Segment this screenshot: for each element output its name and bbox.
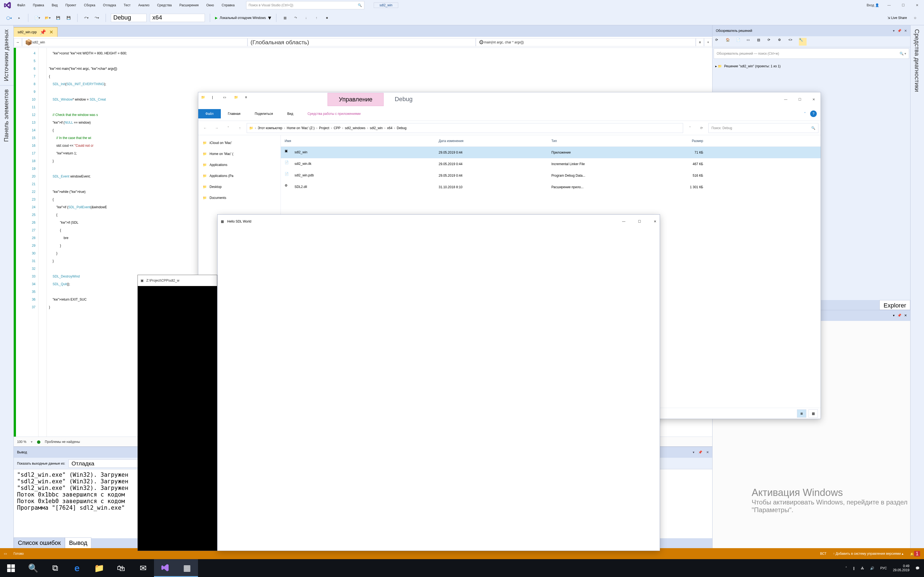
sx-bottom-tab[interactable]: Explorer <box>879 300 910 310</box>
nav-back-icon[interactable]: ◯◂ <box>5 14 13 22</box>
output-pin-icon[interactable]: 📌 <box>698 450 702 454</box>
taskview-icon[interactable]: ⧉ <box>44 559 66 577</box>
sdl-maximize-icon[interactable]: ☐ <box>638 219 641 223</box>
tray-network-icon[interactable]: 🖧 <box>861 566 864 570</box>
signin-link[interactable]: Вход 👤 <box>867 3 879 7</box>
tray-parallels-icon[interactable]: ‖ <box>853 566 855 570</box>
props-dropdown-icon[interactable]: ▾ <box>893 314 895 318</box>
feedback-icon[interactable]: ☺ <box>911 14 919 22</box>
ribbon-expand-icon[interactable]: ˅ <box>804 112 806 116</box>
props-close-icon[interactable]: ✕ <box>904 314 907 318</box>
mail-icon[interactable]: ✉ <box>132 559 154 577</box>
edge-icon[interactable]: e <box>66 559 88 577</box>
breadcrumb-segment[interactable]: › CPP <box>331 126 341 130</box>
save-all-icon[interactable]: 💾 <box>65 14 72 22</box>
step-into-icon[interactable]: ↓ <box>302 14 310 22</box>
data-sources-tab[interactable]: Источники данных <box>0 25 13 85</box>
nav-up-icon[interactable]: ↑ <box>235 123 244 133</box>
start-debugging-button[interactable]: ▶ Локальный отладчик Windows ▾ <box>215 14 271 21</box>
nav-pane-item[interactable]: 📁Applications (Pa <box>200 170 279 181</box>
props-pin-icon[interactable]: 📌 <box>897 314 901 318</box>
stop-icon[interactable]: ■ <box>323 14 331 22</box>
vcs-add-link[interactable]: ↑ Добавить в систему управления версиями… <box>833 552 903 556</box>
file-row[interactable]: 📄sdl2_win.pdb29.05.2019 0:44Program Debu… <box>281 170 821 181</box>
taskbar-search-icon[interactable]: 🔍 <box>22 559 44 577</box>
undo-icon[interactable]: ↶▾ <box>82 14 90 22</box>
sx-home-icon[interactable]: ⟳ <box>715 38 723 46</box>
menu-project[interactable]: Проект <box>65 3 76 7</box>
nav-back-icon[interactable]: ← <box>200 123 210 133</box>
column-headers[interactable]: Имя Дата изменения Тип Размер <box>281 135 821 147</box>
config-combo[interactable]: Debug <box>111 14 147 22</box>
output-tab[interactable]: Вывод <box>65 537 92 548</box>
menu-help[interactable]: Справка <box>222 3 234 7</box>
diagnostics-tab[interactable]: Средства диагностики <box>911 25 923 96</box>
save-icon[interactable]: 💾 <box>54 14 62 22</box>
breadcrumb-segment[interactable]: › Debug <box>394 126 407 130</box>
zoom-level[interactable]: 100 % <box>17 440 26 444</box>
taskbar-clock[interactable]: 0:49 29.05.2019 <box>893 564 909 572</box>
ribbon-share-tab[interactable]: Поделиться <box>247 109 280 118</box>
menu-tools[interactable]: Средства <box>157 3 171 7</box>
file-row[interactable]: ⚙SDL2.dll31.10.2018 8:10Расширение прило… <box>281 181 821 193</box>
file-row[interactable]: 📄sdl2_win.ilk29.05.2019 0:44Incremental … <box>281 158 821 170</box>
file-row[interactable]: ▣sdl2_win29.05.2019 0:44Приложение71 КБ <box>281 147 821 158</box>
sx-home-icon[interactable]: 🏠 <box>726 38 733 46</box>
sx-sync-icon[interactable]: 📄 <box>736 38 744 46</box>
menu-edit[interactable]: Правка <box>33 3 44 7</box>
sx-search[interactable]: Обозреватель решений — поиск (Ctrl+ж) 🔍 … <box>714 48 909 59</box>
sx-wrench-icon[interactable]: 🔧 <box>799 38 806 46</box>
ribbon-apptools-tab[interactable]: Средства работы с приложениями <box>300 109 368 118</box>
redo-icon[interactable]: ↷▾ <box>93 14 101 22</box>
explorer-taskbar-icon[interactable]: 📁 <box>88 559 110 577</box>
toolbar-misc-icon[interactable]: ▦ <box>281 14 289 22</box>
explorer-close-icon[interactable]: ✕ <box>813 98 815 102</box>
scope-namespace[interactable]: (Глобальная область) <box>247 38 476 47</box>
menu-test[interactable]: Тест <box>124 3 131 7</box>
sx-dropdown-icon[interactable]: ▾ <box>893 29 895 33</box>
sdl-minimize-icon[interactable]: — <box>622 219 625 223</box>
breadcrumb-segment[interactable]: › sdl2_windows <box>342 126 365 130</box>
window-minimize-icon[interactable]: — <box>887 3 891 7</box>
sdl-close-icon[interactable]: ✕ <box>654 219 656 223</box>
col-size[interactable]: Размер <box>657 139 707 143</box>
nav-fwd-icon[interactable]: ▸ <box>15 14 23 22</box>
vs-taskbar-icon[interactable] <box>154 559 176 577</box>
qat-props-icon[interactable]: ▭ <box>223 95 231 103</box>
add-icon[interactable]: ＋ <box>704 38 712 47</box>
sx-tree[interactable]: ▸ 📁 Решение "sdl2_win" (проекты: 1 из 1) <box>712 60 910 73</box>
menu-file[interactable]: Файл <box>17 3 25 7</box>
breadcrumb-segment[interactable]: › Home on 'Mac' (Z:) <box>284 126 315 130</box>
window-close-icon[interactable]: ✕ <box>916 3 919 7</box>
menu-debug[interactable]: Отладка <box>103 3 116 7</box>
ribbon-file-tab[interactable]: Файл <box>198 109 221 118</box>
doc-tab-sdl2win[interactable]: sdl2_win.cpp 📌 ✕ <box>14 27 58 37</box>
open-file-icon[interactable]: 📂▾ <box>44 14 52 22</box>
nav-pane-item[interactable]: 📁Desktop <box>200 181 279 192</box>
nav-history-icon[interactable]: ˅ <box>224 123 233 133</box>
nav-pane-item[interactable]: 📁Documents <box>200 192 279 203</box>
ribbon-view-tab[interactable]: Вид <box>280 109 300 118</box>
sx-showall-icon[interactable]: ▤ <box>757 38 765 46</box>
pin-icon[interactable]: 📌 <box>40 29 46 35</box>
addr-dropdown-icon[interactable]: ˅ <box>685 123 695 133</box>
solution-root-node[interactable]: ▸ 📁 Решение "sdl2_win" (проекты: 1 из 1) <box>715 61 908 71</box>
step-over-icon[interactable]: ↷ <box>292 14 299 22</box>
sx-pin-icon[interactable]: 📌 <box>897 29 901 33</box>
sx-collapse-icon[interactable]: ▭ <box>746 38 754 46</box>
nav-forward-icon[interactable]: → <box>212 123 221 133</box>
col-type[interactable]: Тип <box>548 139 657 143</box>
split-icon[interactable]: ≡ <box>696 38 704 47</box>
menu-extensions[interactable]: Расширения <box>179 3 199 7</box>
qat-dropdown-icon[interactable]: ≡ <box>245 95 253 103</box>
nav-pane-item[interactable]: 📁Applications <box>200 160 279 170</box>
col-name[interactable]: Имя <box>281 139 435 143</box>
sx-close-icon[interactable]: ✕ <box>904 29 907 33</box>
breadcrumb-bar[interactable]: 📁 › Этот компьютер› Home on 'Mac' (Z:)› … <box>247 123 683 133</box>
col-date[interactable]: Дата изменения <box>435 139 548 143</box>
new-file-icon[interactable]: 📄▾ <box>33 14 41 22</box>
windows-taskbar[interactable]: 🔍 ⧉ e 📁 🛍 ✉ ▦ ˄ ‖ 🖧 🔊 РУС 0:49 29.05.201… <box>0 559 924 577</box>
sdl-taskbar-icon[interactable]: ▦ <box>176 559 198 577</box>
sdl-app-window[interactable]: ▦ Hello SDL World — ☐ ✕ <box>217 214 660 551</box>
breadcrumb-segment[interactable]: › Этот компьютер <box>255 126 283 130</box>
